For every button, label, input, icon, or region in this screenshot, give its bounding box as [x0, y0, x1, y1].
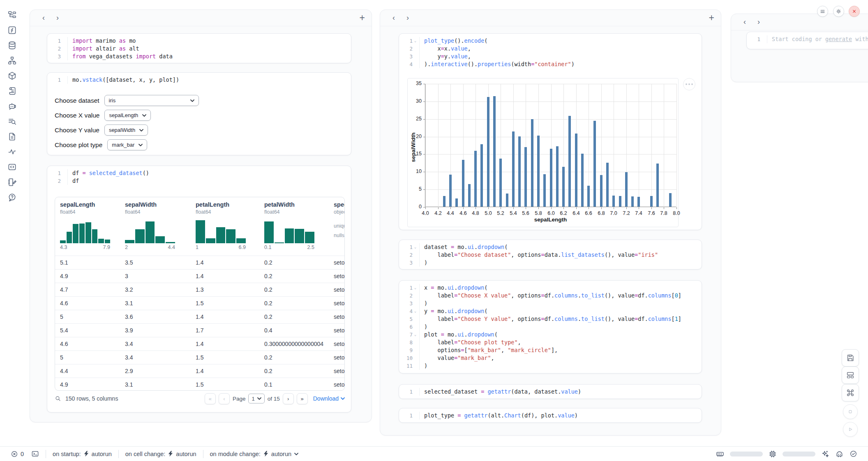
- column-prev-button[interactable]: ‹: [387, 12, 401, 24]
- x-tick: [488, 207, 489, 209]
- code-line: 1import marimo as mo: [47, 37, 351, 45]
- chart-bar: [669, 193, 672, 207]
- line-number: 4: [404, 307, 413, 315]
- run-mode-1[interactable]: on startup:autorun: [53, 451, 112, 457]
- cell-xy-plot-dropdowns[interactable]: 1⌄x = mo.ui.dropdown(2 label="Choose X v…: [399, 280, 702, 373]
- ai-sparkles-icon[interactable]: [821, 450, 829, 458]
- choose-x-value-select[interactable]: sepalLength: [104, 110, 151, 121]
- shutdown-button[interactable]: [849, 6, 860, 17]
- tracing-activity-icon[interactable]: [7, 147, 17, 157]
- shortcuts-button[interactable]: [842, 384, 859, 401]
- x-gridline: [438, 84, 439, 207]
- altair-bar-chart[interactable]: 4.04.24.44.64.85.05.25.45.65.86.06.26.46…: [407, 78, 679, 227]
- documentation-icon[interactable]: [7, 131, 17, 141]
- column-next-button[interactable]: ›: [401, 12, 415, 24]
- table-cell: 5: [55, 354, 120, 361]
- next-page-button[interactable]: ›: [283, 393, 294, 404]
- help-question-icon[interactable]: [7, 192, 17, 202]
- table-cell: 0.30000000000000004: [259, 341, 329, 347]
- code-line: 2 label="Choose dataset", options=data.l…: [399, 251, 702, 259]
- logs-scroll-icon[interactable]: [7, 86, 17, 96]
- cell-new-empty[interactable]: 1 Start coding or generate with: [746, 32, 868, 49]
- line-number: 3: [404, 259, 413, 267]
- cell-imports[interactable]: 1import marimo as mo2import altair as al…: [47, 33, 351, 63]
- search-list-icon[interactable]: [7, 116, 17, 126]
- ai-chat-bot-icon[interactable]: [7, 101, 17, 111]
- add-cell-button[interactable]: +: [709, 13, 714, 23]
- column-prev-button[interactable]: ‹: [37, 12, 51, 24]
- table-cell: setosa: [329, 259, 344, 266]
- table-search-icon[interactable]: [55, 395, 61, 402]
- stop-button[interactable]: [843, 404, 858, 419]
- column-type: float64: [60, 209, 120, 215]
- x-tick-label: 7.4: [635, 210, 642, 216]
- chart-bar: [524, 147, 527, 207]
- cell-plot-type[interactable]: 1plot_type = getattr(alt.Chart(df), plot…: [399, 408, 702, 423]
- download-button[interactable]: Download: [313, 395, 345, 402]
- column-prev-button[interactable]: ‹: [738, 16, 752, 28]
- lightning-bolt-icon: [168, 451, 173, 457]
- table-cell: setosa: [329, 368, 344, 374]
- snippets-code-icon[interactable]: [7, 162, 17, 172]
- gutter: 3: [399, 259, 420, 267]
- code-line: 1⌄plot_type().encode(: [399, 37, 702, 45]
- chevron-down-icon: [190, 99, 194, 102]
- chart-bar: [625, 172, 628, 207]
- line-number: 2: [404, 251, 413, 259]
- column-type: float64: [196, 209, 259, 215]
- cell-dataset-dropdown[interactable]: 1⌄dataset = mo.ui.dropdown(2 label="Choo…: [399, 240, 702, 270]
- layout-grid-icon: [846, 371, 855, 380]
- settings-button[interactable]: [833, 6, 844, 17]
- code-text: x=x.value,: [420, 45, 471, 53]
- line-number: 1: [404, 412, 413, 420]
- connected-check-icon[interactable]: [850, 450, 857, 458]
- terminal-button[interactable]: [31, 450, 39, 458]
- menu-button[interactable]: [817, 6, 828, 17]
- table-cell: 1.4: [191, 259, 259, 266]
- code-line: 2df: [47, 177, 351, 185]
- page-select[interactable]: 1: [248, 394, 264, 403]
- cell-chart[interactable]: 1⌄plot_type().encode(2 x=x.value,3 y=y.v…: [399, 33, 702, 230]
- choose-plot-type-select[interactable]: mark_bar: [107, 139, 147, 150]
- cpu-icon: [769, 450, 777, 458]
- column-next-button[interactable]: ›: [752, 16, 766, 28]
- errors-indicator[interactable]: 0: [11, 450, 24, 458]
- packages-cube-icon[interactable]: [7, 71, 17, 81]
- column-next-button[interactable]: ›: [51, 12, 65, 24]
- run-mode-3[interactable]: on module change:autorun: [210, 451, 299, 457]
- table-row: 4.93.11.50.1setosa: [55, 378, 344, 391]
- cell-selected-dataset[interactable]: 1selected_dataset = getattr(data, datase…: [399, 384, 702, 399]
- code-line: 3from vega_datasets import data: [47, 53, 351, 60]
- layout-toggle-button[interactable]: [842, 366, 859, 384]
- prev-page-button[interactable]: ‹: [219, 393, 230, 404]
- save-button[interactable]: [842, 349, 859, 366]
- dependency-graph-icon[interactable]: [7, 55, 17, 65]
- add-cell-button[interactable]: +: [360, 13, 365, 23]
- line-number: 2: [404, 292, 413, 300]
- chart-plot: 4.04.24.44.64.85.05.25.45.65.86.06.26.46…: [425, 84, 676, 207]
- cell-dataframe[interactable]: 1df = selected_dataset()2df sepalLengthf…: [47, 166, 351, 413]
- run-all-button[interactable]: [843, 422, 858, 437]
- column-name: sepalWidth: [125, 201, 191, 208]
- choose-dataset-select[interactable]: iris: [104, 95, 199, 106]
- table-cell: 3.4: [120, 354, 191, 361]
- code-text: label="Choose X value", options=df.colum…: [420, 292, 681, 300]
- x-tick-label: 4.8: [472, 210, 479, 216]
- column-3-header: ‹ ›: [731, 14, 868, 30]
- run-mode-2[interactable]: on cell change:autorun: [125, 451, 196, 457]
- datasets-database-icon[interactable]: [7, 40, 17, 50]
- choose-y-value-select[interactable]: sepalWidth: [104, 124, 148, 136]
- runtime-robot-icon[interactable]: [835, 449, 844, 458]
- last-page-button[interactable]: »: [297, 393, 308, 404]
- scratchpad-notebook-icon[interactable]: [7, 177, 17, 187]
- cell-vstack[interactable]: 1mo.vstack([dataset, x, y, plot]) Choose…: [47, 72, 351, 155]
- code-line: 1df = selected_dataset(): [47, 169, 351, 177]
- table-cell: 0.2: [259, 313, 329, 320]
- file-tree-icon[interactable]: [7, 10, 17, 20]
- x-tick: [551, 207, 552, 209]
- functions-icon[interactable]: [7, 25, 17, 35]
- chart-actions-button[interactable]: [683, 78, 695, 90]
- first-page-button[interactable]: «: [205, 393, 216, 404]
- generate-with-ai-link[interactable]: generate: [825, 36, 852, 42]
- column-header-sepalWidth: sepalWidthfloat6424.4: [120, 197, 191, 256]
